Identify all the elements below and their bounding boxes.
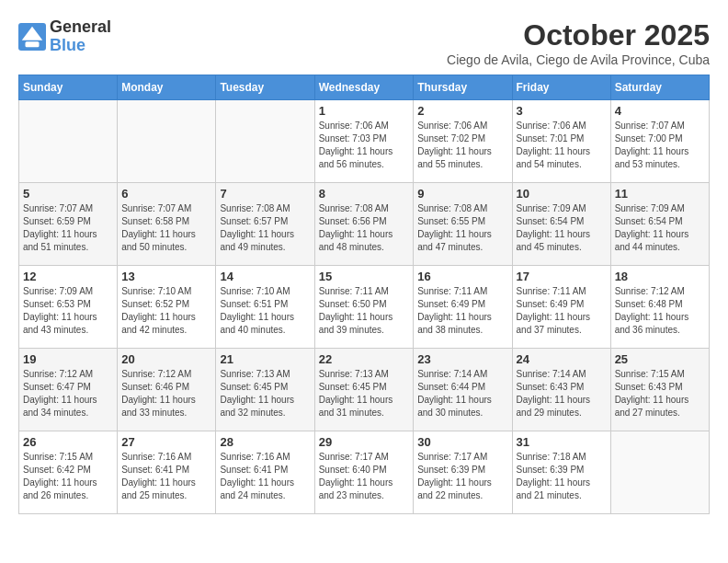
day-info: Sunrise: 7:09 AM Sunset: 6:54 PM Dayligh… — [517, 202, 607, 254]
day-info: Sunrise: 7:08 AM Sunset: 6:56 PM Dayligh… — [319, 202, 410, 254]
day-number: 12 — [23, 270, 113, 283]
day-info: Sunrise: 7:09 AM Sunset: 6:53 PM Dayligh… — [23, 285, 113, 337]
col-sunday: Sunday — [19, 75, 118, 100]
day-number: 15 — [319, 270, 410, 283]
day-info: Sunrise: 7:06 AM Sunset: 7:03 PM Dayligh… — [319, 120, 410, 171]
calendar-cell: 7Sunrise: 7:08 AM Sunset: 6:57 PM Daylig… — [216, 183, 314, 266]
day-info: Sunrise: 7:06 AM Sunset: 7:01 PM Dayligh… — [517, 120, 607, 171]
calendar-cell: 14Sunrise: 7:10 AM Sunset: 6:51 PM Dayli… — [216, 266, 314, 349]
calendar-cell: 28Sunrise: 7:16 AM Sunset: 6:41 PM Dayli… — [216, 431, 314, 514]
calendar-cell: 2Sunrise: 7:06 AM Sunset: 7:02 PM Daylig… — [414, 100, 512, 183]
day-number: 29 — [319, 435, 410, 449]
day-number: 4 — [615, 104, 705, 118]
calendar-cell: 1Sunrise: 7:06 AM Sunset: 7:03 PM Daylig… — [314, 100, 414, 183]
day-number: 24 — [517, 352, 607, 366]
calendar-cell: 17Sunrise: 7:11 AM Sunset: 6:49 PM Dayli… — [512, 266, 610, 349]
day-info: Sunrise: 7:11 AM Sunset: 6:49 PM Dayligh… — [417, 285, 507, 337]
calendar-cell: 3Sunrise: 7:06 AM Sunset: 7:01 PM Daylig… — [512, 100, 610, 183]
day-info: Sunrise: 7:07 AM Sunset: 6:58 PM Dayligh… — [121, 202, 211, 254]
col-saturday: Saturday — [610, 75, 709, 100]
day-info: Sunrise: 7:13 AM Sunset: 6:45 PM Dayligh… — [319, 368, 410, 419]
location-title: Ciego de Avila, Ciego de Avila Province,… — [447, 52, 710, 67]
logo: General Blue — [18, 18, 111, 55]
calendar-cell: 21Sunrise: 7:13 AM Sunset: 6:45 PM Dayli… — [216, 349, 314, 431]
calendar-cell — [118, 100, 216, 183]
calendar-cell: 24Sunrise: 7:14 AM Sunset: 6:43 PM Dayli… — [512, 349, 610, 431]
day-info: Sunrise: 7:15 AM Sunset: 6:43 PM Dayligh… — [615, 368, 705, 419]
calendar-cell: 22Sunrise: 7:13 AM Sunset: 6:45 PM Dayli… — [314, 349, 414, 431]
day-number: 31 — [517, 435, 607, 449]
day-number: 20 — [121, 352, 211, 366]
calendar-cell: 4Sunrise: 7:07 AM Sunset: 7:00 PM Daylig… — [610, 100, 709, 183]
day-info: Sunrise: 7:16 AM Sunset: 6:41 PM Dayligh… — [121, 451, 211, 502]
logo-general: General — [50, 18, 111, 37]
logo-icon — [18, 23, 46, 51]
day-number: 27 — [121, 435, 211, 449]
day-info: Sunrise: 7:07 AM Sunset: 7:00 PM Dayligh… — [615, 120, 705, 171]
day-number: 6 — [121, 187, 211, 201]
day-info: Sunrise: 7:14 AM Sunset: 6:44 PM Dayligh… — [417, 368, 507, 419]
calendar-cell: 18Sunrise: 7:12 AM Sunset: 6:48 PM Dayli… — [610, 266, 709, 349]
col-tuesday: Tuesday — [216, 75, 314, 100]
day-info: Sunrise: 7:08 AM Sunset: 6:57 PM Dayligh… — [220, 202, 310, 254]
calendar-week-3: 12Sunrise: 7:09 AM Sunset: 6:53 PM Dayli… — [19, 266, 710, 349]
day-info: Sunrise: 7:10 AM Sunset: 6:52 PM Dayligh… — [121, 285, 211, 337]
calendar-cell: 10Sunrise: 7:09 AM Sunset: 6:54 PM Dayli… — [512, 183, 610, 266]
day-info: Sunrise: 7:15 AM Sunset: 6:42 PM Dayligh… — [23, 451, 113, 502]
calendar-cell — [19, 100, 118, 183]
day-number: 23 — [417, 352, 507, 366]
day-number: 9 — [417, 187, 507, 201]
day-info: Sunrise: 7:08 AM Sunset: 6:55 PM Dayligh… — [417, 202, 507, 254]
day-info: Sunrise: 7:09 AM Sunset: 6:54 PM Dayligh… — [615, 202, 705, 254]
calendar-cell: 27Sunrise: 7:16 AM Sunset: 6:41 PM Dayli… — [118, 431, 216, 514]
day-number: 16 — [417, 270, 507, 283]
calendar-cell: 12Sunrise: 7:09 AM Sunset: 6:53 PM Dayli… — [19, 266, 118, 349]
day-number: 22 — [319, 352, 410, 366]
day-number: 10 — [517, 187, 607, 201]
month-title: October 2025 — [447, 18, 710, 52]
calendar-cell: 15Sunrise: 7:11 AM Sunset: 6:50 PM Dayli… — [314, 266, 414, 349]
calendar-cell: 9Sunrise: 7:08 AM Sunset: 6:55 PM Daylig… — [414, 183, 512, 266]
calendar-week-4: 19Sunrise: 7:12 AM Sunset: 6:47 PM Dayli… — [19, 349, 710, 431]
day-number: 13 — [121, 270, 211, 283]
calendar-cell: 29Sunrise: 7:17 AM Sunset: 6:40 PM Dayli… — [314, 431, 414, 514]
day-number: 30 — [417, 435, 507, 449]
day-info: Sunrise: 7:07 AM Sunset: 6:59 PM Dayligh… — [23, 202, 113, 254]
day-info: Sunrise: 7:18 AM Sunset: 6:39 PM Dayligh… — [517, 451, 607, 502]
day-info: Sunrise: 7:12 AM Sunset: 6:46 PM Dayligh… — [121, 368, 211, 419]
day-info: Sunrise: 7:06 AM Sunset: 7:02 PM Dayligh… — [417, 120, 507, 171]
day-number: 28 — [220, 435, 310, 449]
day-number: 2 — [417, 104, 507, 118]
col-wednesday: Wednesday — [314, 75, 414, 100]
calendar-cell: 11Sunrise: 7:09 AM Sunset: 6:54 PM Dayli… — [610, 183, 709, 266]
day-number: 7 — [220, 187, 310, 201]
day-info: Sunrise: 7:14 AM Sunset: 6:43 PM Dayligh… — [517, 368, 607, 419]
calendar-week-5: 26Sunrise: 7:15 AM Sunset: 6:42 PM Dayli… — [19, 431, 710, 514]
day-number: 8 — [319, 187, 410, 201]
calendar-week-1: 1Sunrise: 7:06 AM Sunset: 7:03 PM Daylig… — [19, 100, 710, 183]
logo-text: General Blue — [50, 18, 111, 55]
calendar-cell: 13Sunrise: 7:10 AM Sunset: 6:52 PM Dayli… — [118, 266, 216, 349]
day-number: 1 — [319, 104, 410, 118]
calendar-week-2: 5Sunrise: 7:07 AM Sunset: 6:59 PM Daylig… — [19, 183, 710, 266]
day-info: Sunrise: 7:12 AM Sunset: 6:47 PM Dayligh… — [23, 368, 113, 419]
calendar-cell: 6Sunrise: 7:07 AM Sunset: 6:58 PM Daylig… — [118, 183, 216, 266]
day-number: 18 — [615, 270, 705, 283]
day-info: Sunrise: 7:11 AM Sunset: 6:49 PM Dayligh… — [517, 285, 607, 337]
day-info: Sunrise: 7:16 AM Sunset: 6:41 PM Dayligh… — [220, 451, 310, 502]
calendar-cell: 31Sunrise: 7:18 AM Sunset: 6:39 PM Dayli… — [512, 431, 610, 514]
col-thursday: Thursday — [414, 75, 512, 100]
calendar-cell: 25Sunrise: 7:15 AM Sunset: 6:43 PM Dayli… — [610, 349, 709, 431]
day-info: Sunrise: 7:12 AM Sunset: 6:48 PM Dayligh… — [615, 285, 705, 337]
day-number: 3 — [517, 104, 607, 118]
calendar: Sunday Monday Tuesday Wednesday Thursday… — [18, 75, 710, 514]
calendar-cell: 20Sunrise: 7:12 AM Sunset: 6:46 PM Dayli… — [118, 349, 216, 431]
calendar-header-row: Sunday Monday Tuesday Wednesday Thursday… — [19, 75, 710, 100]
day-number: 21 — [220, 352, 310, 366]
svg-rect-2 — [26, 41, 40, 47]
calendar-cell: 23Sunrise: 7:14 AM Sunset: 6:44 PM Dayli… — [414, 349, 512, 431]
calendar-cell: 26Sunrise: 7:15 AM Sunset: 6:42 PM Dayli… — [19, 431, 118, 514]
day-number: 5 — [23, 187, 113, 201]
day-number: 11 — [615, 187, 705, 201]
calendar-cell — [610, 431, 709, 514]
